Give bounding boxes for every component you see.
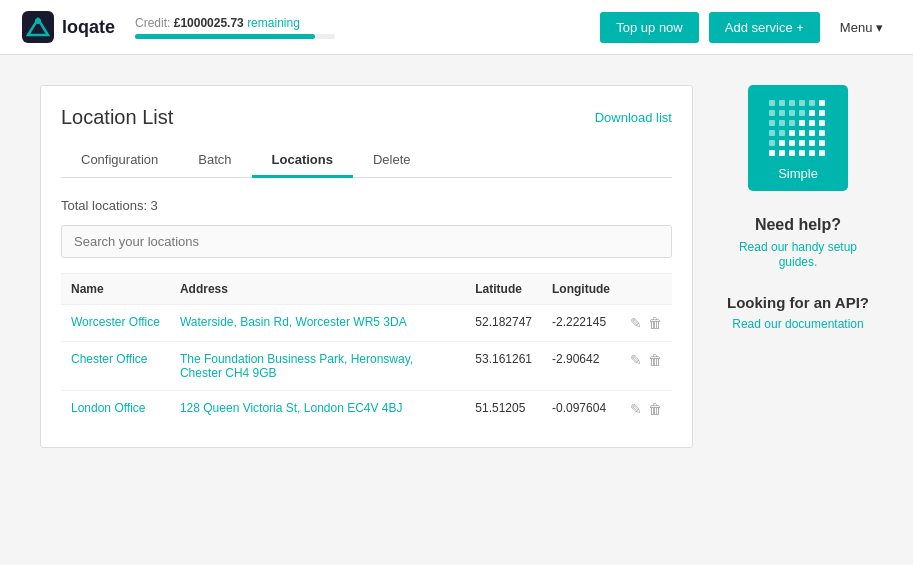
- dot: [779, 110, 785, 116]
- table-header-row: Name Address Latitude Longitude: [61, 274, 672, 305]
- help-link[interactable]: Read our handy setup guides.: [739, 240, 857, 269]
- menu-button[interactable]: Menu ▾: [830, 12, 893, 43]
- dot: [799, 140, 805, 146]
- dot: [769, 100, 775, 106]
- dot: [779, 120, 785, 126]
- tab-configuration[interactable]: Configuration: [61, 144, 178, 178]
- dot: [779, 100, 785, 106]
- dot: [819, 150, 825, 156]
- api-title: Looking for an API?: [727, 294, 869, 311]
- topup-button[interactable]: Top up now: [600, 12, 699, 43]
- credit-remaining: remaining: [247, 16, 300, 30]
- delete-icon[interactable]: 🗑: [648, 315, 662, 331]
- credit-amount: £1000025.73: [174, 16, 244, 30]
- help-title: Need help?: [723, 216, 873, 234]
- logo-text: loqate: [62, 17, 115, 38]
- cell-address: Waterside, Basin Rd, Worcester WR5 3DA: [170, 305, 465, 342]
- dot: [789, 130, 795, 136]
- api-link[interactable]: Read our documentation: [732, 317, 863, 331]
- cell-latitude: 51.51205: [465, 391, 542, 428]
- cell-address: 128 Queen Victoria St, London EC4V 4BJ: [170, 391, 465, 428]
- cell-name: Chester Office: [61, 342, 170, 391]
- panel-title: Location List: [61, 106, 173, 129]
- header-actions: Top up now Add service + Menu ▾: [600, 12, 893, 43]
- locations-table: Name Address Latitude Longitude Worceste…: [61, 273, 672, 427]
- dot: [799, 110, 805, 116]
- panel-header: Location List Download list: [61, 106, 672, 129]
- dot: [799, 120, 805, 126]
- dot: [789, 140, 795, 146]
- cell-latitude: 52.182747: [465, 305, 542, 342]
- cell-longitude: -2.90642: [542, 342, 620, 391]
- dot: [769, 150, 775, 156]
- progress-bar-fill: [135, 34, 315, 39]
- dot: [769, 130, 775, 136]
- delete-icon[interactable]: 🗑: [648, 401, 662, 417]
- edit-icon[interactable]: ✎: [630, 352, 642, 368]
- simple-label: Simple: [778, 166, 818, 181]
- cell-latitude: 53.161261: [465, 342, 542, 391]
- cell-address: The Foundation Business Park, Heronsway,…: [170, 342, 465, 391]
- tab-batch[interactable]: Batch: [178, 144, 251, 178]
- dot: [809, 140, 815, 146]
- dot: [809, 100, 815, 106]
- help-section: Need help? Read our handy setup guides.: [723, 216, 873, 269]
- tab-delete[interactable]: Delete: [353, 144, 431, 178]
- search-input[interactable]: [61, 225, 672, 258]
- dot: [809, 150, 815, 156]
- cell-actions: ✎ 🗑: [620, 305, 672, 342]
- svg-rect-0: [22, 11, 54, 43]
- dot: [779, 140, 785, 146]
- dot: [779, 130, 785, 136]
- dot: [819, 140, 825, 146]
- dot: [779, 150, 785, 156]
- dot: [769, 140, 775, 146]
- cell-name: Worcester Office: [61, 305, 170, 342]
- col-actions: [620, 274, 672, 305]
- table-row: Chester Office The Foundation Business P…: [61, 342, 672, 391]
- download-list-link[interactable]: Download list: [595, 110, 672, 125]
- edit-icon[interactable]: ✎: [630, 315, 642, 331]
- edit-icon[interactable]: ✎: [630, 401, 642, 417]
- col-latitude: Latitude: [465, 274, 542, 305]
- dot: [809, 120, 815, 126]
- logo-icon: [20, 9, 56, 45]
- api-section: Looking for an API? Read our documentati…: [727, 294, 869, 331]
- dot: [799, 130, 805, 136]
- left-panel: Location List Download list Configuratio…: [40, 85, 693, 448]
- tabs: Configuration Batch Locations Delete: [61, 144, 672, 178]
- table-row: London Office 128 Queen Victoria St, Lon…: [61, 391, 672, 428]
- dot: [799, 100, 805, 106]
- simple-dots: [769, 100, 827, 158]
- dot: [809, 110, 815, 116]
- dot: [789, 150, 795, 156]
- dot: [799, 150, 805, 156]
- dot: [789, 100, 795, 106]
- table-row: Worcester Office Waterside, Basin Rd, Wo…: [61, 305, 672, 342]
- credit-label: Credit:: [135, 16, 170, 30]
- tab-locations[interactable]: Locations: [252, 144, 353, 178]
- delete-icon[interactable]: 🗑: [648, 352, 662, 368]
- cell-actions: ✎ 🗑: [620, 342, 672, 391]
- logo: loqate: [20, 9, 115, 45]
- svg-point-2: [35, 18, 41, 24]
- col-name: Name: [61, 274, 170, 305]
- dot: [789, 120, 795, 126]
- dot: [819, 110, 825, 116]
- cell-longitude: -0.097604: [542, 391, 620, 428]
- dot: [819, 100, 825, 106]
- total-locations: Total locations: 3: [61, 198, 672, 213]
- dot: [769, 110, 775, 116]
- credit-info: Credit: £1000025.73 remaining: [135, 16, 600, 39]
- dot: [809, 130, 815, 136]
- dot: [789, 110, 795, 116]
- col-address: Address: [170, 274, 465, 305]
- cell-actions: ✎ 🗑: [620, 391, 672, 428]
- addservice-button[interactable]: Add service +: [709, 12, 820, 43]
- cell-name: London Office: [61, 391, 170, 428]
- header: loqate Credit: £1000025.73 remaining Top…: [0, 0, 913, 55]
- progress-bar-container: [135, 34, 335, 39]
- right-panel: Simple Need help? Read our handy setup g…: [723, 85, 873, 448]
- dot: [819, 120, 825, 126]
- dot: [769, 120, 775, 126]
